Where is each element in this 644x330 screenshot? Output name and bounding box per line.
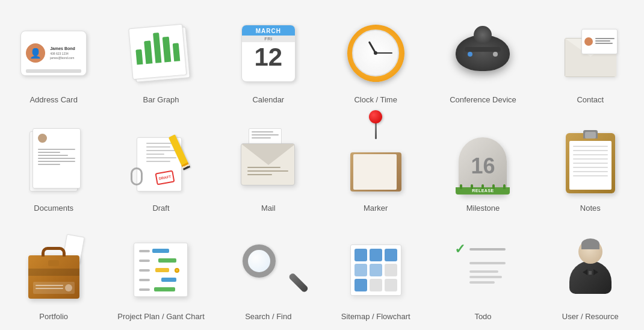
contact-label: Contact	[577, 95, 604, 105]
milestone-cell: 16 RELEASE Milestone	[429, 114, 536, 223]
bar-graph-icon	[125, 17, 197, 89]
address-card-icon: 👤 James Bond 408 623 1234james@bond.com	[17, 17, 90, 89]
documents-icon	[17, 125, 90, 198]
sitemap-label: Sitemap / Flowchart	[341, 312, 410, 322]
portfolio-label: Portfolio	[39, 312, 68, 322]
milestone-tag: RELEASE	[472, 188, 494, 193]
search-icon	[232, 234, 305, 306]
mail-icon	[232, 125, 305, 198]
contact-cell: Contact	[537, 6, 644, 114]
documents-label: Documents	[34, 204, 73, 214]
milestone-number: 16	[471, 154, 495, 179]
todo-icon: ✓	[447, 234, 519, 306]
calendar-date: 12	[242, 42, 295, 70]
user-resource-cell: User / Resource	[537, 223, 644, 330]
calendar-icon: MARCH FRI 12	[232, 17, 305, 89]
clock-icon	[339, 17, 412, 89]
gantt-label: Project Plan / Gant Chart	[117, 312, 205, 322]
user-resource-label: User / Resource	[562, 312, 619, 322]
milestone-icon: 16 RELEASE	[447, 125, 519, 198]
mail-cell: Mail	[215, 114, 322, 223]
search-cell: Search / Find	[215, 223, 322, 330]
user-resource-icon	[554, 234, 627, 306]
milestone-label: Milestone	[466, 204, 500, 214]
clock-label: Clock / Time	[354, 95, 397, 105]
conference-device-cell: Conference Device	[429, 6, 536, 114]
contact-icon	[554, 17, 627, 89]
mail-label: Mail	[261, 204, 276, 214]
portfolio-cell: Portfolio	[0, 223, 107, 330]
calendar-month: MARCH	[242, 25, 295, 36]
bar-graph-cell: Bar Graph	[107, 6, 214, 114]
sitemap-cell: Sitemap / Flowchart	[322, 223, 429, 330]
calendar-cell: MARCH FRI 12 Calendar	[215, 6, 322, 114]
calendar-label: Calendar	[252, 95, 284, 105]
conference-device-label: Conference Device	[450, 95, 516, 105]
draft-icon: DRAFT	[125, 125, 197, 198]
conference-device-icon	[447, 17, 519, 89]
portfolio-icon	[17, 234, 90, 306]
marker-cell: Marker	[322, 114, 429, 223]
todo-cell: ✓ Todo	[429, 223, 536, 330]
address-card-cell: 👤 James Bond 408 623 1234james@bond.com …	[0, 6, 107, 114]
draft-label: Draft	[152, 204, 169, 214]
notes-label: Notes	[580, 204, 601, 214]
notes-cell: Notes	[537, 114, 644, 223]
search-label: Search / Find	[245, 312, 291, 322]
calendar-day: FRI	[242, 36, 295, 42]
address-card-label: Address Card	[29, 95, 77, 105]
marker-icon	[339, 125, 412, 198]
gantt-icon	[125, 234, 197, 306]
checkmark-icon: ✓	[454, 241, 465, 257]
bar-graph-label: Bar Graph	[143, 95, 179, 105]
notes-icon	[554, 125, 627, 198]
draft-cell: DRAFT Draft	[107, 114, 214, 223]
icon-grid: 👤 James Bond 408 623 1234james@bond.com …	[0, 0, 644, 330]
avatar: 👤	[26, 43, 45, 63]
marker-label: Marker	[364, 204, 388, 214]
todo-label: Todo	[474, 312, 491, 322]
documents-cell: Documents	[0, 114, 107, 223]
clock-cell: Clock / Time	[322, 6, 429, 114]
gantt-cell: Project Plan / Gant Chart	[107, 223, 214, 330]
sitemap-icon	[339, 234, 412, 306]
